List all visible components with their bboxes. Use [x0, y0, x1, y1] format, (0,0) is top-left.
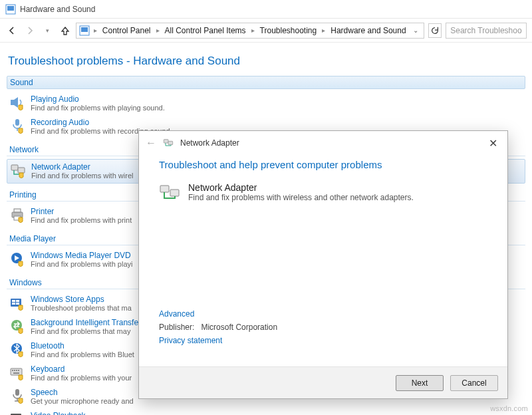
item-name: Recording Audio [31, 118, 172, 127]
item-name: Bluetooth [31, 341, 134, 350]
chevron-right-icon: ▸ [250, 27, 256, 34]
address-dropdown[interactable]: ⌄ [410, 27, 421, 34]
svg-rect-27 [164, 140, 168, 143]
item-desc: Find and fix problems with wirel [31, 172, 133, 180]
item-name: Playing Audio [31, 94, 165, 104]
svg-rect-5 [15, 119, 19, 126]
svg-rect-21 [14, 370, 15, 371]
app-icon [5, 4, 16, 15]
svg-rect-22 [16, 370, 17, 371]
item-desc: Troubleshoot problems that ma [31, 304, 132, 313]
item-name: Keyboard [31, 364, 132, 374]
svg-rect-28 [168, 141, 173, 144]
svg-rect-4 [11, 100, 14, 105]
item-desc: Find and fix problems with your [31, 374, 132, 382]
svg-rect-7 [18, 168, 25, 173]
transfer-shield-icon [9, 318, 25, 334]
item-name: Printer [31, 207, 132, 216]
window-titlebar: Hardware and Sound [0, 0, 532, 19]
chevron-right-icon: ▸ [155, 27, 161, 34]
publisher-line: Publisher: Microsoft Corporation [159, 323, 277, 332]
item-name: Video Playback [31, 411, 132, 415]
svg-rect-6 [11, 165, 18, 170]
item-name: Network Adapter [31, 162, 133, 172]
chevron-right-icon: ▸ [321, 27, 327, 34]
up-button[interactable] [58, 23, 71, 38]
next-button[interactable]: Next [396, 375, 444, 391]
item-name: Windows Store Apps [31, 295, 132, 304]
navigation-bar: ▾ ▸ Control Panel ▸ All Control Panel It… [0, 19, 532, 43]
item-name: Background Intelligent Transfer [31, 318, 141, 327]
svg-rect-1 [7, 6, 14, 11]
item-video-playback[interactable]: Video PlaybackFind and fix problems with… [7, 408, 525, 415]
back-button[interactable] [5, 23, 19, 38]
mic-shield-icon [9, 118, 25, 134]
svg-rect-29 [160, 186, 169, 192]
speech-shield-icon [9, 388, 25, 404]
svg-rect-3 [81, 27, 88, 32]
svg-rect-14 [16, 300, 19, 302]
svg-rect-30 [170, 190, 179, 196]
page-title: Troubleshoot problems - Hardware and Sou… [8, 55, 525, 68]
publisher-label: Publisher: [159, 323, 194, 332]
close-button[interactable]: ✕ [485, 135, 501, 151]
item-desc: Find and fix problems that may [31, 327, 141, 336]
item-desc: Find and fix problems with playi [31, 260, 132, 269]
refresh-button[interactable] [428, 23, 442, 38]
svg-rect-13 [12, 300, 15, 302]
recent-dropdown[interactable]: ▾ [41, 23, 54, 38]
troubleshooter-wizard: ✕ ← Network Adapter Troubleshoot and hel… [138, 130, 508, 399]
svg-rect-16 [16, 303, 19, 305]
wizard-footer: Next Cancel [139, 366, 507, 398]
wizard-troubleshooter-item[interactable]: Network Adapter Find and fix problems wi… [159, 182, 487, 204]
advanced-link[interactable]: Advanced [159, 309, 277, 319]
item-desc: Find and fix problems with print [31, 216, 132, 225]
search-input[interactable]: Search Troubleshoo [446, 23, 527, 39]
breadcrumb-item[interactable]: Control Panel [101, 26, 152, 35]
breadcrumb-item[interactable]: All Control Panel Items [164, 26, 247, 35]
section-sound: Sound Playing AudioFind and fix problems… [7, 76, 525, 138]
breadcrumb-item[interactable]: Hardware and Sound [329, 26, 407, 35]
watermark: wsxdn.com [490, 404, 528, 412]
cancel-button[interactable]: Cancel [450, 375, 498, 391]
printer-shield-icon [9, 207, 25, 223]
chevron-right-icon: ▸ [92, 27, 98, 34]
window-title: Hardware and Sound [20, 5, 95, 14]
keyboard-shield-icon [9, 364, 25, 380]
search-placeholder: Search Troubleshoo [450, 26, 521, 35]
forward-button[interactable] [23, 23, 36, 38]
item-desc: Find and fix problems with Bluet [31, 350, 134, 359]
breadcrumb-item[interactable]: Troubleshooting [259, 26, 319, 35]
wmp-shield-icon [9, 251, 25, 267]
item-desc: Find and fix problems with playing sound… [31, 104, 165, 112]
troubleshoot-icon [79, 25, 90, 36]
svg-rect-9 [14, 209, 21, 212]
privacy-link[interactable]: Privacy statement [159, 336, 277, 345]
svg-rect-25 [15, 389, 19, 396]
svg-rect-23 [18, 370, 19, 371]
svg-rect-20 [12, 370, 13, 371]
item-name: Speech [31, 388, 134, 397]
network-adapter-icon [163, 138, 174, 148]
svg-rect-19 [11, 368, 22, 375]
publisher-value: Microsoft Corporation [201, 323, 277, 332]
item-desc: Get your microphone ready and [31, 397, 134, 406]
svg-rect-24 [13, 372, 19, 374]
section-header: Sound [7, 76, 525, 89]
network-adapter-icon [159, 182, 180, 204]
wizard-item-name: Network Adapter [188, 182, 414, 193]
video-shield-icon [9, 411, 25, 415]
wizard-title: Network Adapter [180, 138, 239, 148]
wizard-item-desc: Find and fix problems with wireless and … [188, 193, 414, 202]
address-bar[interactable]: ▸ Control Panel ▸ All Control Panel Item… [76, 23, 424, 39]
store-shield-icon [9, 295, 25, 311]
network-adapter-icon [10, 162, 26, 178]
speaker-shield-icon [9, 94, 25, 110]
bluetooth-shield-icon [9, 341, 25, 357]
wizard-heading: Troubleshoot and help prevent computer p… [159, 159, 487, 170]
wizard-back-button[interactable]: ← [146, 137, 156, 149]
item-playing-audio[interactable]: Playing AudioFind and fix problems with … [7, 92, 525, 115]
svg-rect-15 [12, 303, 15, 305]
item-name: Windows Media Player DVD [31, 251, 132, 260]
